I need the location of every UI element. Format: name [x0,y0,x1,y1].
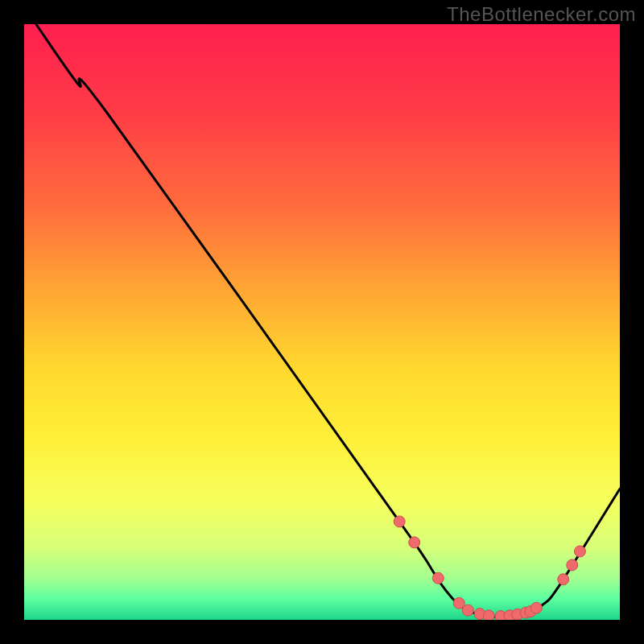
chart-svg [0,0,644,644]
data-marker [483,610,494,621]
data-marker [462,605,473,616]
data-marker [574,546,585,557]
data-marker [567,559,578,571]
data-marker [558,574,569,585]
chart-stage: TheBottlenecker.com [0,0,644,644]
data-marker [409,537,420,548]
data-marker [530,602,542,613]
watermark-text: TheBottlenecker.com [447,3,636,26]
data-marker [432,572,444,584]
data-marker [394,516,405,527]
gradient-background [24,24,620,620]
